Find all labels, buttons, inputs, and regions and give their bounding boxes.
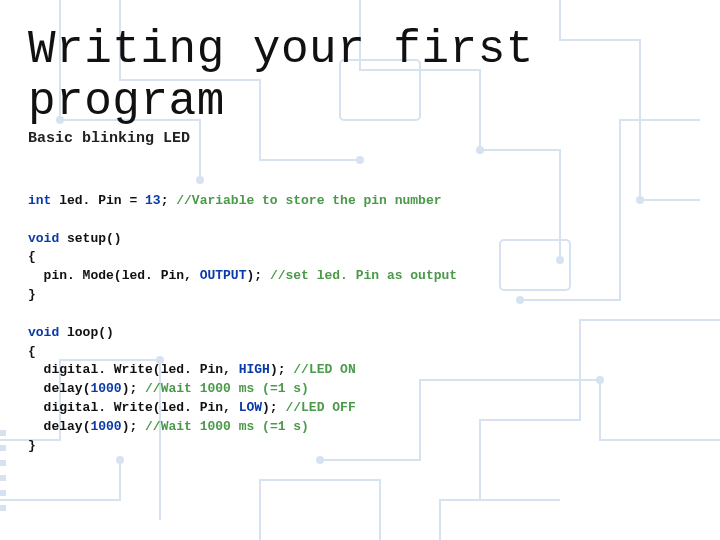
- punct: ;: [161, 193, 177, 208]
- keyword: void: [28, 325, 59, 340]
- function-name: setup: [59, 231, 106, 246]
- keyword: void: [28, 231, 59, 246]
- indent: [28, 400, 44, 415]
- function-call: digital. Write: [44, 400, 153, 415]
- number-literal: 1000: [90, 419, 121, 434]
- svg-rect-18: [0, 505, 6, 511]
- slide-content: Writing your first program Basic blinkin…: [0, 0, 720, 475]
- page-subtitle: Basic blinking LED: [28, 130, 692, 147]
- args: (led. Pin,: [153, 400, 239, 415]
- function-call: pin. Mode: [44, 268, 114, 283]
- identifier: led. Pin =: [51, 193, 145, 208]
- svg-rect-17: [0, 490, 6, 496]
- brace-open: {: [28, 344, 36, 359]
- function-call: digital. Write: [44, 362, 153, 377]
- svg-rect-16: [0, 475, 6, 481]
- brace-close: }: [28, 438, 36, 453]
- page-title: Writing your first program: [28, 24, 692, 128]
- comment: //Wait 1000 ms (=1 s): [145, 419, 309, 434]
- punct: (): [106, 231, 122, 246]
- comment: //LED OFF: [285, 400, 355, 415]
- indent: [28, 381, 44, 396]
- constant: OUTPUT: [200, 268, 247, 283]
- comment: //set led. Pin as output: [270, 268, 457, 283]
- function-name: loop: [59, 325, 98, 340]
- args: (led. Pin,: [114, 268, 200, 283]
- constant: HIGH: [239, 362, 270, 377]
- brace-close: }: [28, 287, 36, 302]
- constant: LOW: [239, 400, 262, 415]
- comment: //Wait 1000 ms (=1 s): [145, 381, 309, 396]
- punct: (): [98, 325, 114, 340]
- keyword: int: [28, 193, 51, 208]
- indent: [28, 268, 44, 283]
- code-block: int led. Pin = 13; //Variable to store t…: [28, 173, 692, 475]
- punct: );: [246, 268, 269, 283]
- comment: //Variable to store the pin number: [176, 193, 441, 208]
- number-literal: 13: [145, 193, 161, 208]
- punct: );: [262, 400, 285, 415]
- brace-open: {: [28, 249, 36, 264]
- indent: [28, 362, 44, 377]
- function-call: delay: [44, 381, 83, 396]
- comment: //LED ON: [293, 362, 355, 377]
- punct: );: [270, 362, 293, 377]
- punct: );: [122, 419, 145, 434]
- indent: [28, 419, 44, 434]
- args: (led. Pin,: [153, 362, 239, 377]
- punct: );: [122, 381, 145, 396]
- function-call: delay: [44, 419, 83, 434]
- number-literal: 1000: [90, 381, 121, 396]
